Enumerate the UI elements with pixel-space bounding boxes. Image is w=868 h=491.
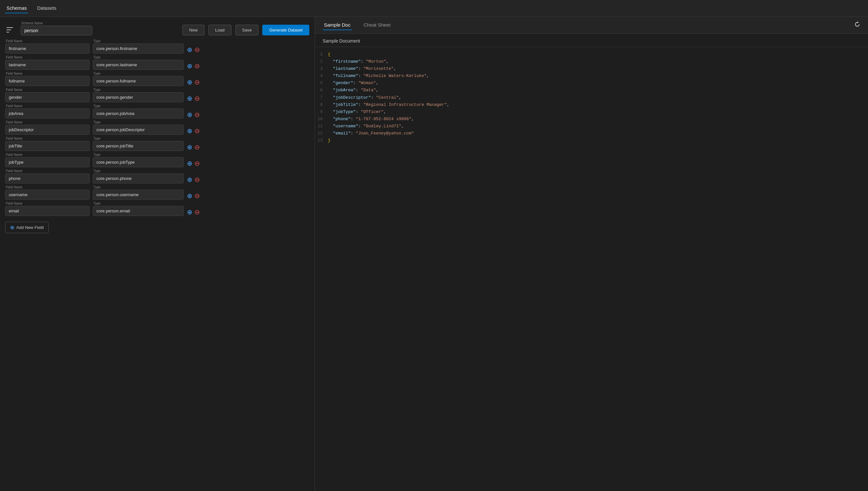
field-name-input[interactable] bbox=[5, 92, 90, 102]
field-type-group: Type bbox=[93, 39, 184, 54]
add-row-button[interactable]: ⊕ bbox=[187, 63, 192, 69]
code-line: 1 { bbox=[315, 51, 868, 58]
field-row: Field Name Type ⊕ ⊖ bbox=[5, 185, 309, 200]
field-name-group: Field Name bbox=[5, 72, 90, 86]
remove-row-button[interactable]: ⊖ bbox=[194, 160, 200, 167]
right-tab-sample-doc[interactable]: Sample Doc bbox=[323, 20, 352, 30]
row-actions: ⊕ ⊖ bbox=[187, 144, 200, 151]
schema-name-input[interactable] bbox=[21, 26, 92, 35]
field-name-input[interactable] bbox=[5, 44, 90, 54]
field-type-input[interactable] bbox=[93, 141, 184, 151]
add-row-button[interactable]: ⊕ bbox=[187, 160, 192, 167]
code-line: 4 "fullname": "Michelle Waters-Kerluke", bbox=[315, 73, 868, 80]
field-type-input[interactable] bbox=[93, 173, 184, 183]
field-type-input[interactable] bbox=[93, 206, 184, 216]
add-row-button[interactable]: ⊕ bbox=[187, 193, 192, 199]
field-name-input[interactable] bbox=[5, 173, 90, 183]
field-name-input[interactable] bbox=[5, 141, 90, 151]
code-key-value: "username": "Dudley.Lind71", bbox=[328, 123, 404, 130]
code-line: 11 "username": "Dudley.Lind71", bbox=[315, 123, 868, 130]
load-button[interactable]: Load bbox=[208, 25, 232, 35]
remove-row-button[interactable]: ⊖ bbox=[194, 193, 200, 199]
new-button[interactable]: New bbox=[182, 25, 205, 35]
line-number: 2 bbox=[315, 58, 328, 65]
field-type-label: Type bbox=[93, 72, 184, 75]
add-new-field-button[interactable]: ⊕ Add New Field bbox=[5, 222, 49, 233]
sample-doc-header: Sample Document bbox=[315, 34, 868, 47]
line-number: 11 bbox=[315, 123, 328, 130]
field-name-group: Field Name bbox=[5, 137, 90, 151]
refresh-button[interactable] bbox=[855, 22, 860, 29]
save-button[interactable]: Save bbox=[235, 25, 259, 35]
row-actions: ⊕ ⊖ bbox=[187, 193, 200, 200]
code-line: 3 "lastname": "Morissette", bbox=[315, 65, 868, 73]
field-type-label: Type bbox=[93, 120, 184, 124]
field-name-label: Field Name bbox=[6, 88, 90, 92]
code-brace: { bbox=[328, 51, 330, 58]
add-row-button[interactable]: ⊕ bbox=[187, 144, 192, 150]
filter-icon-button[interactable] bbox=[5, 26, 14, 35]
field-type-input[interactable] bbox=[93, 190, 184, 200]
field-type-group: Type bbox=[93, 120, 184, 135]
field-type-group: Type bbox=[93, 153, 184, 167]
main-layout: Schema Name New Load Save Generate Datas… bbox=[0, 17, 868, 491]
field-name-input[interactable] bbox=[5, 60, 90, 70]
svg-rect-2 bbox=[6, 32, 9, 32]
remove-row-button[interactable]: ⊖ bbox=[194, 144, 200, 150]
svg-rect-1 bbox=[6, 30, 11, 30]
left-panel: Schema Name New Load Save Generate Datas… bbox=[0, 17, 315, 491]
field-name-input[interactable] bbox=[5, 125, 90, 135]
nav-tab-schemas[interactable]: Schemas bbox=[5, 3, 28, 13]
field-row: Field Name Type ⊕ ⊖ bbox=[5, 137, 309, 151]
field-type-label: Type bbox=[93, 39, 184, 43]
field-type-input[interactable] bbox=[93, 109, 184, 118]
remove-row-button[interactable]: ⊖ bbox=[194, 127, 200, 134]
field-type-input[interactable] bbox=[93, 92, 184, 102]
field-type-input[interactable] bbox=[93, 157, 184, 167]
code-line: 12 "email": "Joan_Feeney@yahoo.com" bbox=[315, 130, 868, 137]
line-number: 1 bbox=[315, 51, 328, 58]
add-row-button[interactable]: ⊕ bbox=[187, 209, 192, 215]
field-type-input[interactable] bbox=[93, 125, 184, 135]
field-name-label: Field Name bbox=[6, 153, 90, 156]
line-number: 8 bbox=[315, 101, 328, 109]
main-nav: Schemas Datasets bbox=[0, 0, 868, 17]
remove-row-button[interactable]: ⊖ bbox=[194, 176, 200, 183]
field-name-input[interactable] bbox=[5, 109, 90, 118]
remove-row-button[interactable]: ⊖ bbox=[194, 111, 200, 118]
generate-dataset-button[interactable]: Generate Dataset bbox=[262, 25, 309, 35]
field-type-input[interactable] bbox=[93, 76, 184, 86]
remove-row-button[interactable]: ⊖ bbox=[194, 209, 200, 215]
line-number: 9 bbox=[315, 109, 328, 116]
add-row-button[interactable]: ⊕ bbox=[187, 79, 192, 85]
add-row-button[interactable]: ⊕ bbox=[187, 95, 192, 102]
field-name-group: Field Name bbox=[5, 169, 90, 183]
field-type-input[interactable] bbox=[93, 60, 184, 70]
field-type-label: Type bbox=[93, 185, 184, 189]
nav-tab-datasets[interactable]: Datasets bbox=[36, 3, 58, 13]
field-name-input[interactable] bbox=[5, 157, 90, 167]
remove-row-button[interactable]: ⊖ bbox=[194, 63, 200, 69]
field-name-group: Field Name bbox=[5, 153, 90, 167]
remove-row-button[interactable]: ⊖ bbox=[194, 47, 200, 53]
fields-list: Field Name Type ⊕ ⊖ Field Name Type ⊕ bbox=[0, 39, 315, 218]
row-actions: ⊕ ⊖ bbox=[187, 47, 200, 54]
remove-row-button[interactable]: ⊖ bbox=[194, 79, 200, 85]
field-name-input[interactable] bbox=[5, 206, 90, 216]
row-actions: ⊕ ⊖ bbox=[187, 63, 200, 70]
field-type-label: Type bbox=[93, 88, 184, 92]
add-row-button[interactable]: ⊕ bbox=[187, 127, 192, 134]
add-row-button[interactable]: ⊕ bbox=[187, 111, 192, 118]
code-line: 9 "jobType": "Officer", bbox=[315, 109, 868, 116]
line-number: 7 bbox=[315, 94, 328, 101]
add-row-button[interactable]: ⊕ bbox=[187, 176, 192, 183]
add-row-button[interactable]: ⊕ bbox=[187, 47, 192, 53]
right-tab-cheat-sheet[interactable]: Cheat Sheet bbox=[362, 20, 392, 30]
remove-row-button[interactable]: ⊖ bbox=[194, 95, 200, 102]
field-name-input[interactable] bbox=[5, 190, 90, 200]
row-actions: ⊕ ⊖ bbox=[187, 95, 200, 102]
field-type-input[interactable] bbox=[93, 44, 184, 54]
field-name-input[interactable] bbox=[5, 76, 90, 86]
code-key-value: "fullname": "Michelle Waters-Kerluke", bbox=[328, 73, 429, 80]
code-key-value: "jobDescriptor": "Central", bbox=[328, 94, 401, 101]
